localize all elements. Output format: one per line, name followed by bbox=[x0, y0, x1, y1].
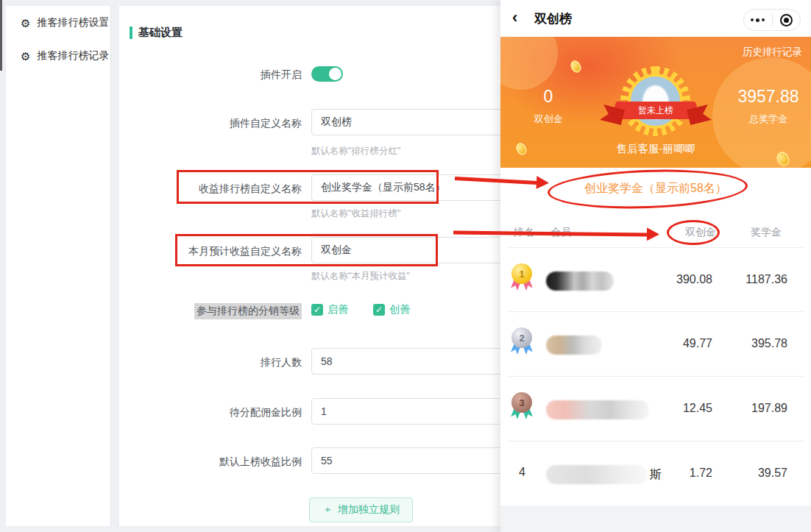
close-capsule-button[interactable] bbox=[773, 10, 801, 30]
add-rule-button[interactable]: ＋ 增加独立规则 bbox=[309, 497, 413, 522]
table-row[interactable]: 1 390.08 1187.36 bbox=[500, 247, 811, 311]
gear-icon: ⚙ bbox=[21, 18, 30, 29]
blurred-member-name bbox=[546, 336, 602, 355]
default-ratio-label: 默认上榜收益比例 bbox=[119, 455, 302, 469]
username: 售后客服-丽唧唧 bbox=[500, 142, 811, 156]
score-value: 1.72 bbox=[633, 467, 712, 480]
bronze-medal-icon: 3 bbox=[511, 392, 533, 425]
scholarship-value: 1187.36 bbox=[726, 273, 787, 286]
scholarship-value: 197.89 bbox=[726, 402, 787, 415]
sidebar-item-ranking-settings[interactable]: ⚙ 推客排行榜设置 bbox=[21, 16, 109, 29]
more-menu-button[interactable] bbox=[744, 10, 772, 30]
settings-panel: 基础设置 插件开启 插件自定义名称 默认名称"排行榜分红" 收益排行榜自定义名称… bbox=[119, 6, 508, 526]
toggle-knob bbox=[329, 68, 341, 80]
checkbox-label: 启善 bbox=[327, 303, 348, 316]
phone-footer-area bbox=[500, 506, 811, 532]
plus-icon: ＋ bbox=[322, 503, 333, 517]
miniprogram-capsule bbox=[743, 9, 801, 31]
sidebar-item-label: 推客排行榜记录 bbox=[37, 49, 109, 63]
col-header-score: 双创金 bbox=[642, 226, 716, 239]
medal-rank: 3 bbox=[511, 392, 532, 413]
total-scholarship-stat: 3957.88 总奖学金 bbox=[732, 87, 805, 126]
sidebar-item-label: 推客排行榜设置 bbox=[37, 16, 109, 29]
levels-checkbox-group: ✓ 启善 ✓ 创善 bbox=[311, 303, 410, 316]
plugin-enabled-toggle[interactable] bbox=[311, 66, 343, 82]
not-ranked-badge: 暂未上榜 bbox=[615, 102, 697, 119]
table-row[interactable]: 2 49.77 395.78 bbox=[500, 311, 811, 375]
miniprogram-preview: ‹ 双创榜 历史排行记录 0 双创金 bbox=[500, 0, 811, 532]
admin-sidebar: ⚙ 推客排行榜设置 ⚙ 推客排行榜记录 bbox=[6, 6, 111, 526]
month-income-name-input[interactable] bbox=[311, 237, 504, 263]
col-header-member: 会员 bbox=[550, 226, 571, 239]
levels-label: 参与排行榜的分销等级 bbox=[194, 303, 302, 319]
commission-ratio-input[interactable] bbox=[311, 398, 504, 425]
stat-label: 总奖学金 bbox=[732, 113, 805, 126]
plugin-name-label: 插件自定义名称 bbox=[119, 117, 302, 130]
income-rank-name-hint: 默认名称"收益排行榜" bbox=[311, 208, 400, 220]
checkbox-level-chuangshan[interactable]: ✓ 创善 bbox=[373, 303, 410, 316]
page-title: 双创榜 bbox=[534, 10, 572, 27]
stat-label: 双创金 bbox=[521, 113, 576, 126]
col-header-scholarship: 奖学金 bbox=[723, 226, 782, 239]
window-edge-strip bbox=[0, 0, 2, 71]
rank-list-title: 创业奖学金（显示前58名） bbox=[500, 181, 811, 196]
commission-ratio-label: 待分配佣金比例 bbox=[119, 406, 302, 419]
scholarship-value: 39.57 bbox=[726, 467, 787, 480]
month-income-name-label: 本月预计收益自定义名称 bbox=[119, 245, 302, 258]
table-row[interactable]: 4 斯 1.72 39.57 bbox=[500, 441, 811, 505]
section-accent-bar bbox=[130, 26, 132, 39]
plugin-name-hint: 默认名称"排行榜分红" bbox=[311, 145, 400, 157]
plugin-name-input[interactable] bbox=[311, 109, 504, 135]
ranking-banner: 历史排行记录 0 双创金 3957.88 总奖学金 暂未上榜 售后客服-丽唧唧 bbox=[500, 37, 811, 168]
stat-value: 0 bbox=[521, 87, 576, 107]
stat-value: 3957.88 bbox=[732, 87, 805, 107]
score-value: 12.45 bbox=[633, 402, 712, 415]
miniprogram-navbar: ‹ 双创榜 bbox=[500, 0, 811, 37]
plugin-toggle-label: 插件开启 bbox=[119, 68, 302, 82]
section-title: 基础设置 bbox=[138, 26, 183, 40]
score-value: 390.08 bbox=[633, 273, 712, 286]
col-header-rank: 排名 bbox=[514, 226, 534, 239]
more-icon bbox=[751, 18, 765, 22]
scholarship-value: 395.78 bbox=[726, 337, 787, 350]
month-income-name-hint: 默认名称"本月预计收益" bbox=[311, 270, 410, 283]
blurred-member-name bbox=[546, 272, 614, 291]
income-rank-name-label: 收益排行榜自定义名称 bbox=[119, 182, 302, 196]
checkbox-level-qishan[interactable]: ✓ 启善 bbox=[311, 303, 348, 316]
table-row[interactable]: 3 12.45 197.89 bbox=[500, 376, 811, 440]
gold-medal-icon: 1 bbox=[511, 263, 533, 296]
checkbox-check-icon: ✓ bbox=[373, 304, 385, 316]
my-score-stat: 0 双创金 bbox=[521, 87, 576, 126]
record-circle-icon bbox=[780, 14, 793, 26]
medal-rank: 2 bbox=[511, 327, 532, 348]
screenshot-root: ⚙ 推客排行榜设置 ⚙ 推客排行榜记录 基础设置 插件开启 插件自定义名称 默认… bbox=[0, 0, 811, 532]
medal-rank: 1 bbox=[511, 263, 532, 284]
rank-count-input[interactable] bbox=[311, 348, 504, 375]
section-header: 基础设置 bbox=[130, 26, 183, 40]
checkbox-label: 创善 bbox=[389, 303, 410, 316]
history-ranking-link[interactable]: 历史排行记录 bbox=[743, 46, 802, 59]
sidebar-item-ranking-records[interactable]: ⚙ 推客排行榜记录 bbox=[21, 49, 109, 63]
silver-medal-icon: 2 bbox=[511, 327, 533, 360]
rank-count-label: 排行人数 bbox=[119, 356, 302, 369]
score-value: 49.77 bbox=[633, 337, 712, 350]
rank-number: 4 bbox=[519, 466, 525, 479]
add-rule-label: 增加独立规则 bbox=[338, 503, 400, 517]
income-rank-name-input[interactable] bbox=[311, 174, 504, 201]
default-ratio-input[interactable] bbox=[311, 447, 504, 474]
gear-icon: ⚙ bbox=[21, 51, 30, 62]
back-icon[interactable]: ‹ bbox=[512, 8, 517, 27]
checkbox-check-icon: ✓ bbox=[311, 304, 323, 316]
